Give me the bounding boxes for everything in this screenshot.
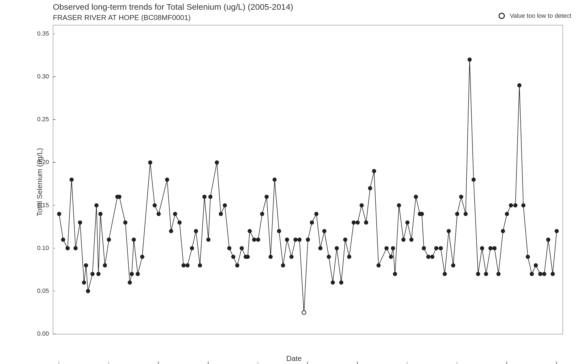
y-tick: 0.30 [0, 73, 53, 80]
data-point [78, 221, 82, 224]
data-point [414, 195, 418, 199]
data-point [128, 281, 132, 284]
data-point [534, 264, 538, 267]
data-point [542, 272, 546, 276]
data-point [252, 238, 256, 241]
data-point [372, 169, 376, 173]
data-point [505, 212, 509, 216]
open-circle-icon [499, 13, 505, 19]
data-point [484, 272, 488, 276]
data-point [468, 58, 471, 61]
data-point [435, 246, 438, 250]
data-point [186, 264, 189, 267]
data-point [518, 83, 521, 87]
data-point [476, 272, 480, 276]
data-point [530, 272, 534, 276]
data-point [61, 238, 65, 241]
data-point [248, 229, 251, 233]
data-point [315, 212, 318, 216]
data-point [356, 221, 359, 224]
data-point [447, 229, 450, 233]
data-point [455, 212, 459, 216]
data-point [82, 281, 86, 284]
chart-subtitle: FRASER RIVER AT HOPE (BC08MF0001) [53, 13, 293, 22]
data-point [410, 238, 413, 241]
data-point [223, 204, 227, 207]
data-point [443, 272, 447, 276]
data-point [420, 212, 424, 216]
data-point [521, 204, 525, 207]
data-point [215, 161, 219, 164]
y-tick: 0.05 [0, 287, 53, 294]
data-point [169, 229, 173, 233]
data-point [397, 204, 401, 207]
data-point [148, 161, 152, 164]
data-point [236, 264, 239, 267]
data-point [335, 246, 339, 250]
chart-container: Observed long-term trends for Total Sele… [0, 0, 588, 364]
data-point [97, 272, 100, 276]
data-point [103, 264, 107, 267]
data-point [178, 221, 181, 224]
data-point [509, 204, 513, 207]
data-point [227, 246, 231, 250]
data-point [273, 178, 276, 182]
data-point [547, 238, 550, 241]
data-point [290, 255, 293, 259]
y-tick: 0.00 [0, 330, 53, 337]
data-point [74, 246, 77, 250]
data-point [84, 264, 88, 267]
data-point [194, 229, 198, 233]
data-point [347, 255, 351, 259]
series-svg [53, 25, 563, 334]
y-tick: 0.15 [0, 202, 53, 209]
data-point [306, 238, 310, 241]
data-point [368, 186, 372, 190]
data-point [57, 212, 61, 216]
data-point [277, 229, 281, 233]
data-point [260, 212, 264, 216]
series-line [59, 60, 557, 313]
data-point [464, 212, 467, 216]
data-point [153, 204, 156, 207]
data-point [422, 246, 426, 250]
data-point [551, 272, 555, 276]
data-point [493, 246, 496, 250]
data-point [459, 195, 463, 199]
y-tick: 0.25 [0, 116, 53, 123]
data-point [157, 212, 160, 216]
data-point [140, 255, 144, 259]
data-point [132, 238, 136, 241]
data-point [538, 272, 542, 276]
data-point [207, 238, 210, 241]
data-point [327, 255, 331, 259]
data-point [209, 195, 212, 199]
data-point [190, 246, 194, 250]
data-point [451, 264, 455, 267]
data-point [269, 255, 272, 259]
data-point [66, 246, 69, 250]
data-point [86, 289, 90, 293]
data-point [265, 195, 268, 199]
data-point [240, 246, 244, 250]
legend: Value too low to detect [499, 12, 571, 19]
data-point [95, 204, 98, 207]
data-point [285, 238, 289, 241]
data-point [203, 195, 206, 199]
data-point [393, 272, 397, 276]
data-point [526, 255, 530, 259]
data-point [555, 229, 558, 233]
data-point [124, 221, 127, 224]
data-point [402, 238, 405, 241]
x-axis-label: Date [286, 354, 302, 363]
data-point [406, 221, 409, 224]
data-point [70, 178, 74, 182]
y-tick: 0.10 [0, 244, 53, 252]
data-point [389, 255, 393, 259]
data-point [246, 255, 249, 259]
data-point [294, 238, 297, 241]
data-point [377, 264, 380, 267]
data-point [107, 238, 111, 241]
data-point [501, 229, 505, 233]
y-tick: 0.20 [0, 159, 53, 166]
